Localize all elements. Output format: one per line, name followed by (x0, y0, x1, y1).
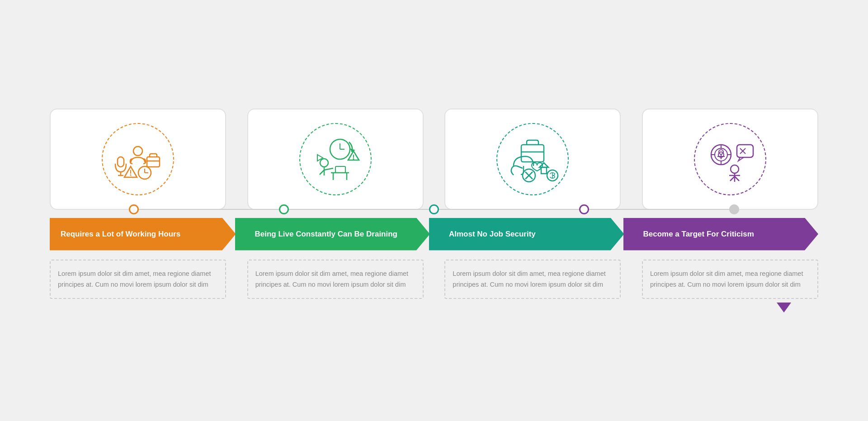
svg-rect-4 (147, 157, 160, 167)
card-1-icon-area (102, 123, 174, 195)
connector-line-4 (589, 209, 729, 210)
job-security-icon (505, 132, 560, 186)
svg-line-52 (735, 176, 739, 181)
working-hours-icon (111, 132, 165, 186)
desc-text-3: Lorem ipsum dolor sit dim amet, mea regi… (453, 270, 605, 288)
arrow-banner-4: Become a Target For Criticism (623, 218, 819, 251)
connector-line-1 (139, 209, 279, 210)
svg-point-24 (353, 158, 354, 160)
connector-line-3 (439, 209, 579, 210)
connector-line-2 (289, 209, 429, 210)
arrow-banner-1: Requires a Lot of Working Hours (50, 218, 236, 251)
cards-row (50, 109, 818, 210)
arrow-banner-3-text: Almost No Job Security (449, 229, 536, 239)
desc-box-2: Lorem ipsum dolor sit dim amet, mea regi… (247, 260, 424, 299)
svg-point-3 (133, 147, 142, 156)
arrow-banner-3: Almost No Job Security (429, 218, 624, 251)
dot-2 (279, 204, 289, 214)
desc-text-2: Lorem ipsum dolor sit dim amet, mea regi… (255, 270, 408, 288)
desc-box-4: Lorem ipsum dolor sit dim amet, mea regi… (642, 260, 818, 299)
card-1 (50, 109, 226, 210)
live-draining-icon (308, 132, 363, 186)
card-3 (444, 109, 621, 210)
dot-end (729, 204, 739, 214)
svg-marker-29 (539, 163, 548, 167)
dot-1 (129, 204, 139, 214)
card-4 (642, 109, 818, 210)
svg-line-17 (320, 170, 324, 175)
svg-point-49 (731, 165, 739, 173)
arrow-banner-4-text: Become a Target For Criticism (643, 229, 754, 239)
dot-4 (579, 204, 589, 214)
svg-point-15 (320, 159, 328, 167)
down-arrow-icon (777, 303, 791, 312)
svg-rect-0 (118, 157, 124, 167)
svg-line-51 (730, 176, 735, 181)
descriptions-row: Lorem ipsum dolor sit dim amet, mea regi… (50, 260, 818, 299)
dot-row (50, 204, 818, 214)
svg-line-18 (324, 168, 333, 170)
svg-rect-46 (737, 145, 753, 157)
card-2 (247, 109, 424, 210)
desc-box-3: Lorem ipsum dolor sit dim amet, mea regi… (444, 260, 621, 299)
arrow-banner-1-text: Requires a Lot of Working Hours (61, 229, 180, 239)
card-4-icon-area (694, 123, 766, 195)
svg-rect-26 (521, 145, 544, 162)
arrows-row: Requires a Lot of Working Hours Being Li… (50, 218, 818, 251)
desc-text-4: Lorem ipsum dolor sit dim amet, mea regi… (650, 270, 803, 288)
criticism-icon (703, 132, 757, 186)
svg-rect-22 (335, 166, 345, 173)
infographic: Requires a Lot of Working Hours Being Li… (23, 90, 845, 331)
card-3-icon-area (496, 123, 569, 195)
svg-point-10 (130, 174, 132, 175)
arrow-banner-2-text: Being Live Constantly Can Be Draining (255, 229, 398, 239)
dot-3 (429, 204, 439, 214)
arrow-banner-2: Being Live Constantly Can Be Draining (235, 218, 430, 251)
card-2-icon-area (299, 123, 372, 195)
desc-box-1: Lorem ipsum dolor sit dim amet, mea regi… (50, 260, 226, 299)
svg-rect-30 (541, 167, 547, 174)
down-arrow-container (50, 303, 818, 312)
desc-text-1: Lorem ipsum dolor sit dim amet, mea regi… (58, 270, 211, 288)
